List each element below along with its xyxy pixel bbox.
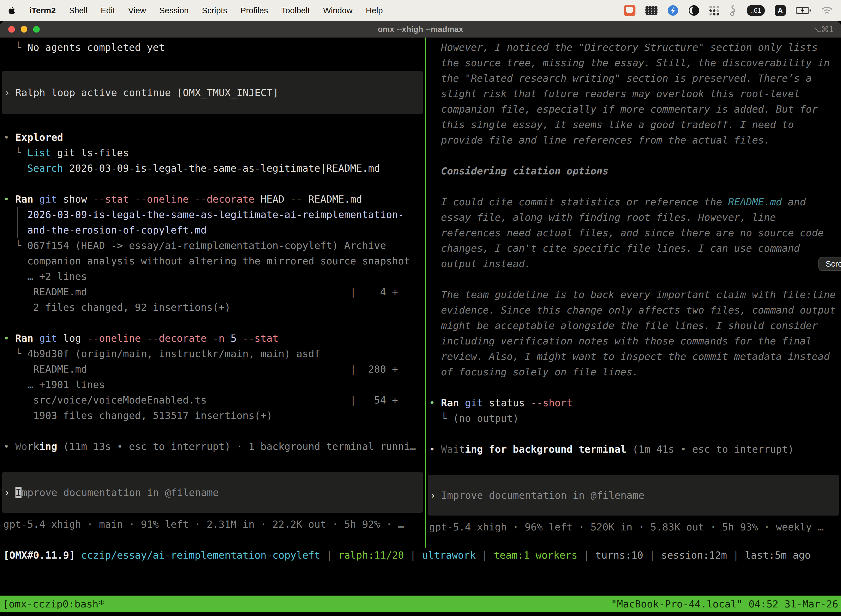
terminal-line: The team guideline is to back every impo… <box>426 287 841 302</box>
macos-menu-bar: iTerm2ShellEditViewSessionScriptsProfile… <box>0 0 841 21</box>
menu-item-window[interactable]: Window <box>323 6 353 15</box>
terminal-line: src/voice/voiceModeEnabled.ts | 54 + <box>0 392 425 408</box>
blank-line <box>0 423 425 439</box>
screen-popup: Scre <box>818 257 841 271</box>
blank-line <box>426 271 841 287</box>
terminal-line: changes, I can't cite specific file line… <box>426 241 841 256</box>
left-input-box[interactable]: ›Improve documentation in @filename <box>2 472 423 513</box>
terminal-line: provide file and line references from th… <box>426 132 841 148</box>
blank-line <box>426 148 841 163</box>
menu-items: iTerm2ShellEditViewSessionScriptsProfile… <box>16 6 383 15</box>
terminal-line: • Working (11m 13s • esc to interrupt) ·… <box>0 439 425 454</box>
terminal-line: the source tree, missing the essay. Stil… <box>426 55 841 70</box>
terminal-line: including verification notes with those … <box>426 333 841 349</box>
terminal-line: references need actual files, and since … <box>426 225 841 241</box>
prompt-chevron-icon: › <box>4 87 10 98</box>
terminal-line: slight risk that future readers may over… <box>426 86 841 101</box>
dragon-icon[interactable] <box>729 5 737 16</box>
terminal-line: • Ran git show --stat --oneline --decora… <box>0 192 425 207</box>
terminal-line: evidence. Since this change only affects… <box>426 302 841 318</box>
ralph-inject-text: Ralph loop active continue [OMX_TMUX_INJ… <box>15 87 279 98</box>
input-placeholder-text: mprove documentation in @filename <box>22 487 219 498</box>
right-session-status: gpt-5.4 xhigh · 96% left · 520K in · 5.8… <box>426 519 841 535</box>
menu-item-session[interactable]: Session <box>159 6 189 15</box>
tree-connector-line <box>18 207 18 238</box>
menu-status-icons: ..61 A <box>624 5 833 16</box>
terminal-line: companion analysis without altering the … <box>0 253 425 269</box>
close-button[interactable] <box>8 26 15 32</box>
terminal-line: 2 files changed, 92 insertions(+) <box>0 300 425 315</box>
zoom-button[interactable] <box>33 26 40 32</box>
terminal-line: and-the-erosion-of-copyleft.md <box>0 223 425 238</box>
minimize-button[interactable] <box>21 26 27 32</box>
blank-line <box>0 176 425 192</box>
terminal-line: the "Related research writing" section i… <box>426 70 841 86</box>
terminal-line: Search 2026-03-09-is-legal-the-same-as-l… <box>0 161 425 176</box>
terminal-line: 1903 files changed, 513517 insertions(+) <box>0 408 425 423</box>
tmux-panes: └ No agents completed yet ›Ralph loop ac… <box>0 38 841 547</box>
keyboard-icon[interactable] <box>645 6 658 15</box>
text-cursor: I <box>15 487 22 498</box>
right-pane[interactable]: However, I noticed the "Directory Struct… <box>426 38 841 547</box>
terminal-line: └ List git ls-files <box>0 145 425 161</box>
chat-app-icon[interactable] <box>624 5 636 16</box>
wifi-icon[interactable] <box>821 6 833 15</box>
tab-shortcut-label: ⌥⌘1 <box>812 25 834 34</box>
left-session-status: gpt-5.4 xhigh · main · 91% left · 2.31M … <box>0 517 425 532</box>
menu-item-view[interactable]: View <box>128 6 146 15</box>
menu-item-iterm2[interactable]: iTerm2 <box>29 6 56 15</box>
right-input-box[interactable]: ›Improve documentation in @filename <box>428 475 839 516</box>
menu-item-help[interactable]: Help <box>366 6 383 15</box>
terminal-line: … +2 lines <box>0 269 425 284</box>
terminal-content: └ No agents completed yet ›Ralph loop ac… <box>0 38 841 616</box>
blank-line <box>0 55 425 70</box>
terminal-line: I could cite commit statistics or refere… <box>426 194 841 210</box>
terminal-line: of focusing solely on file lines. <box>426 364 841 380</box>
terminal-line: └ (no output) <box>426 411 841 426</box>
input-source-icon[interactable]: A <box>775 5 786 16</box>
menu-item-toolbelt[interactable]: Toolbelt <box>281 6 310 15</box>
terminal-line: └ 067f154 (HEAD -> essay/ai-reimplementa… <box>0 238 425 253</box>
terminal-line: • Waiting for background terminal (1m 41… <box>426 441 841 457</box>
terminal-line: README.md | 4 + <box>0 284 425 300</box>
dots-grid-icon[interactable] <box>709 6 719 15</box>
blank-line <box>426 380 841 395</box>
terminal-line: this single essay, it seems like a good … <box>426 117 841 132</box>
blank-line <box>426 426 841 441</box>
terminal-line: output instead. <box>426 256 841 271</box>
terminal-line: • Ran git status --short <box>426 395 841 411</box>
terminal-line: essay file, along with finding root file… <box>426 210 841 225</box>
window-title: omx --xhigh --madmax <box>0 25 841 34</box>
terminal-line: companion file, especially if more comme… <box>426 101 841 117</box>
updates-badge-icon[interactable]: ..61 <box>747 5 765 16</box>
crescent-app-icon[interactable] <box>689 5 699 16</box>
tmux-host-clock: "MacBook-Pro-44.local" 04:52 31-Mar-26 <box>611 598 838 610</box>
right-pane-main-rows: However, I noticed the "Directory Struct… <box>426 40 841 457</box>
menu-item-edit[interactable]: Edit <box>101 6 115 15</box>
prompt-chevron-icon: › <box>430 490 436 501</box>
menu-item-profiles[interactable]: Profiles <box>240 6 268 15</box>
tmux-window-tab[interactable]: [omx-cczip0:bash* <box>3 598 104 610</box>
apple-menu-icon[interactable] <box>8 6 16 15</box>
terminal-line: Considering citation options <box>426 163 841 179</box>
menu-item-shell[interactable]: Shell <box>69 6 88 15</box>
terminal-line: … +1901 lines <box>0 377 425 392</box>
terminal-line: └ 4b9d30f (origin/main, instructkr/main,… <box>0 346 425 362</box>
terminal-line: • Explored <box>0 130 425 145</box>
window-title-bar[interactable]: omx --xhigh --madmax ⌥⌘1 <box>0 21 841 38</box>
bolt-app-icon[interactable] <box>667 5 678 16</box>
left-pane-top-rows: └ No agents completed yet <box>0 40 425 70</box>
terminal-line: └ No agents completed yet <box>0 40 425 55</box>
left-pane-main-rows: • Explored └ List git ls-files Search 20… <box>0 130 425 454</box>
tmux-status-bar: [omx-cczip0:bash* "MacBook-Pro-44.local"… <box>0 595 841 612</box>
battery-icon[interactable] <box>796 6 811 15</box>
menu-item-scripts[interactable]: Scripts <box>202 6 227 15</box>
left-pane[interactable]: └ No agents completed yet ›Ralph loop ac… <box>0 38 425 547</box>
terminal-line: README.md | 280 + <box>0 362 425 377</box>
prompt-chevron-icon: › <box>4 487 10 498</box>
terminal-line: might be acceptable alongside the file l… <box>426 318 841 333</box>
terminal-line: review. Also, I might want to inspect th… <box>426 349 841 364</box>
terminal-line: However, I noticed the "Directory Struct… <box>426 40 841 55</box>
traffic-lights <box>0 26 40 32</box>
blank-line <box>426 179 841 194</box>
